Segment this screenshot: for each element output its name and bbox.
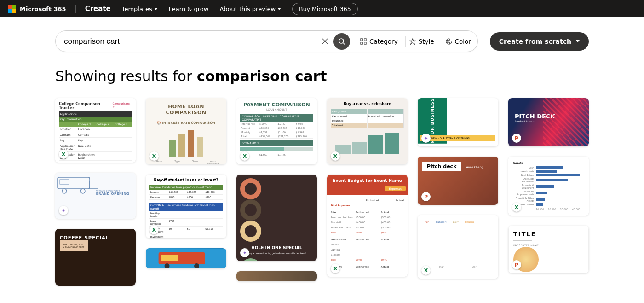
template-card-pitch-deck-blue[interactable]: PITCH DECK Product Name P <box>508 98 589 146</box>
template-card-pitch-deck-vinyl[interactable]: Pitch deck Anne Cheng P <box>418 157 498 205</box>
excel-icon: X <box>59 150 68 159</box>
designer-icon: ✦ <box>240 248 249 257</box>
svg-rect-15 <box>161 255 178 261</box>
filter-style[interactable]: Style <box>405 36 438 47</box>
header-nav: Templates Learn & grow About this previe… <box>122 3 358 15</box>
template-card-grand-opening[interactable]: Patrick FernandezGRAND OPENING ✦ <box>55 173 136 219</box>
svg-point-0 <box>339 39 344 43</box>
results-query: comparison cart <box>197 68 327 84</box>
template-card-college-comparison[interactable]: College Comparison TrackerComparisons > … <box>55 98 136 163</box>
microsoft-logo-icon <box>8 5 16 13</box>
header-divider <box>75 5 76 13</box>
svg-rect-9 <box>90 181 98 189</box>
style-icon <box>409 38 416 45</box>
template-card-van[interactable] <box>146 248 226 268</box>
powerpoint-icon: P <box>512 260 521 269</box>
filter-color[interactable]: Color <box>442 36 475 47</box>
brand-name: Microsoft 365 <box>20 6 66 12</box>
excel-icon: X <box>421 266 431 275</box>
search-container: Category Style Color <box>55 30 478 52</box>
template-thumbnail: COFFEE SPECIAL BUY 1 DRINK, GET A 2ND DR… <box>55 229 136 286</box>
designer-icon: ✦ <box>421 134 431 143</box>
template-card-payment-comparison[interactable]: PAYMENT COMPARISON LOAN AMOUNT COMPARISO… <box>236 98 317 164</box>
search-icon <box>338 38 345 45</box>
template-grid: College Comparison TrackerComparisons > … <box>0 98 644 297</box>
template-thumbnail: Event Budget for Event Name Expenses Est… <box>327 175 408 277</box>
search-filters: Category Style Color <box>356 36 475 47</box>
nav-templates-label: Templates <box>122 6 152 12</box>
svg-rect-3 <box>361 42 362 44</box>
search-input[interactable] <box>64 37 319 46</box>
chevron-down-icon <box>277 8 281 10</box>
template-card-donuts[interactable]: HOLE IN ONE SPECIALBuy a dozen donuts, g… <box>236 175 317 261</box>
clear-search-button[interactable] <box>319 35 332 48</box>
template-card-event-budget[interactable]: Event Budget for Event Name Expenses Est… <box>327 175 408 277</box>
nav-about-preview-label: About this preview <box>219 6 276 12</box>
buy-microsoft-365-button[interactable]: Buy Microsoft 365 <box>292 3 358 15</box>
excel-icon: X <box>150 152 159 161</box>
close-icon <box>322 38 328 44</box>
nav-templates[interactable]: Templates <box>122 6 158 12</box>
svg-rect-1 <box>361 38 362 40</box>
excel-icon: X <box>150 225 159 234</box>
topbar: Microsoft 365 Create Templates Learn & g… <box>0 0 644 17</box>
svg-point-17 <box>194 263 199 268</box>
results-prefix: Showing results for <box>55 68 197 84</box>
color-icon <box>446 38 452 45</box>
template-card-expense-bars[interactable]: Fun Transport Daily Housing MarApr X <box>418 215 498 279</box>
excel-icon: X <box>331 264 340 273</box>
template-card-title-macarons[interactable]: TITLE PRESENTER NAME P <box>508 226 589 273</box>
template-thumbnail <box>236 271 317 281</box>
nav-about-preview[interactable]: About this preview <box>219 6 281 12</box>
designer-icon: ✦ <box>59 206 68 215</box>
category-icon <box>360 38 367 45</box>
svg-point-11 <box>80 189 85 193</box>
svg-point-5 <box>447 40 448 41</box>
excel-icon: X <box>240 152 249 161</box>
filter-color-label: Color <box>455 38 471 45</box>
template-thumbnail <box>146 248 226 268</box>
template-card-home-loan[interactable]: HOME LOAN COMPARISON 🏠 INTEREST RATE COM… <box>146 98 226 164</box>
create-from-scratch-label: Create from scratch <box>499 38 571 45</box>
excel-icon: X <box>331 152 340 161</box>
brand[interactable]: Microsoft 365 <box>8 5 66 13</box>
nav-learn-label: Learn & grow <box>169 6 209 12</box>
template-card-brown-strip[interactable] <box>236 271 317 281</box>
svg-point-16 <box>165 263 170 268</box>
svg-rect-2 <box>364 38 366 40</box>
filter-style-label: Style <box>419 38 434 45</box>
excel-icon: X <box>512 203 521 212</box>
results-heading: Showing results for comparison cart <box>0 52 644 98</box>
svg-rect-4 <box>364 42 366 44</box>
template-card-coffee-special[interactable]: COFFEE SPECIAL BUY 1 DRINK, GET A 2ND DR… <box>55 229 136 286</box>
template-card-open-for-business[interactable]: N FOR BUSINESS WHAT'S NEW • OUR STORY & … <box>418 98 498 146</box>
chevron-down-icon <box>576 40 580 42</box>
svg-point-6 <box>447 41 448 42</box>
search-button[interactable] <box>334 33 350 50</box>
template-thumbnail: HOLE IN ONE SPECIALBuy a dozen donuts, g… <box>236 175 317 261</box>
template-card-payoff-invest[interactable]: Payoff student loans or invest? Income: … <box>146 175 226 238</box>
filter-category[interactable]: Category <box>356 36 402 47</box>
svg-rect-8 <box>58 177 90 189</box>
filter-category-label: Category <box>369 38 398 45</box>
truck-icon <box>55 173 101 196</box>
search-row: Category Style Color Create from scratch <box>0 17 644 52</box>
template-card-car-rideshare[interactable]: Buy a car vs. rideshare Background Car p… <box>327 98 408 164</box>
svg-point-7 <box>449 42 450 43</box>
create-from-scratch-button[interactable]: Create from scratch <box>490 32 589 51</box>
powerpoint-icon: P <box>421 192 431 201</box>
create-link[interactable]: Create <box>85 5 111 13</box>
powerpoint-icon: P <box>512 134 521 143</box>
chevron-down-icon <box>154 8 158 10</box>
nav-learn[interactable]: Learn & grow <box>169 6 209 12</box>
svg-rect-12 <box>60 180 69 184</box>
svg-point-10 <box>62 189 67 193</box>
buy-label: Buy Microsoft 365 <box>299 6 351 12</box>
template-card-assets-bars[interactable]: Assets Cash Investments Real Estate Acco… <box>508 157 589 216</box>
